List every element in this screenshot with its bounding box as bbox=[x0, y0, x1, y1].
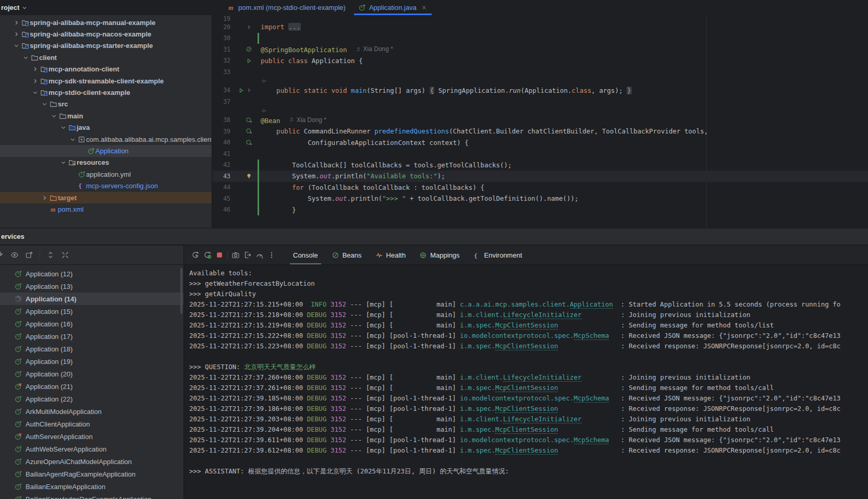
project-tool-window-header[interactable]: roject bbox=[0, 0, 213, 15]
tree-row[interactable]: main bbox=[0, 110, 212, 121]
camera-icon[interactable] bbox=[231, 251, 240, 259]
service-row[interactable]: BailianKnowledgeRagExampleApplication bbox=[0, 493, 184, 499]
console-output[interactable]: Available tools:>>> getWeatherForecastBy… bbox=[184, 265, 868, 499]
editor-line-40[interactable]: 40 ConfigurableApplicationContext contex… bbox=[213, 137, 868, 149]
service-row[interactable]: Application (17) bbox=[0, 330, 184, 343]
chevron-right-icon[interactable] bbox=[31, 66, 39, 72]
tree-row[interactable]: client bbox=[0, 52, 212, 63]
scrollbar[interactable] bbox=[180, 268, 182, 314]
chevron-right-icon[interactable] bbox=[13, 31, 20, 38]
service-row[interactable]: Application (16) bbox=[0, 318, 184, 330]
logger-link[interactable]: McpClientSession bbox=[495, 384, 558, 392]
bean-icon[interactable] bbox=[246, 139, 252, 146]
code-text[interactable]: public CommandLineRunner predefinedQuest… bbox=[253, 127, 708, 135]
logger-link[interactable]: McpClientSession bbox=[495, 321, 558, 330]
preview-eye-icon[interactable] bbox=[10, 251, 19, 259]
code-text[interactable]: for (ToolCallback toolCallback : toolCal… bbox=[253, 184, 484, 191]
run-icon[interactable] bbox=[238, 87, 244, 94]
tree-row[interactable]: resources bbox=[0, 157, 212, 168]
tab-console[interactable]: Console bbox=[293, 246, 318, 264]
fold-icon[interactable] bbox=[246, 24, 252, 30]
springboot-class-icon[interactable] bbox=[246, 46, 252, 53]
editor-line-30[interactable]: 30 bbox=[213, 33, 868, 44]
rerun-update-icon[interactable] bbox=[203, 251, 212, 259]
logger-link[interactable]: McpClientSession bbox=[495, 342, 558, 350]
editor-line-33[interactable]: 33 bbox=[213, 66, 868, 78]
chevron-down-icon[interactable] bbox=[59, 159, 67, 166]
logger-link[interactable]: McpSchema bbox=[574, 436, 609, 444]
logger-link[interactable]: LifecycleInitializer bbox=[503, 373, 582, 382]
service-row[interactable]: AuthWebServerApplication bbox=[0, 443, 184, 455]
stop-icon[interactable] bbox=[215, 251, 224, 259]
service-row[interactable]: Application (21) bbox=[0, 380, 184, 393]
service-row[interactable]: BailianExampleApplication bbox=[0, 480, 184, 493]
code-text[interactable]: ConfigurableApplicationContext context) … bbox=[253, 139, 469, 147]
code-editor[interactable]: 1920import ...3031@SpringBootApplication… bbox=[213, 15, 868, 228]
more-icon[interactable] bbox=[267, 251, 276, 259]
code-text[interactable]: @BeanXia Dong * bbox=[253, 116, 326, 125]
lightbulb-icon[interactable] bbox=[246, 173, 252, 179]
navigate-updown-icon[interactable] bbox=[46, 251, 55, 259]
tree-row[interactable]: src bbox=[0, 99, 212, 110]
editor-line-46[interactable]: 46 } bbox=[213, 204, 868, 216]
editor-line-44[interactable]: 44 for (ToolCallback toolCallback : tool… bbox=[213, 182, 868, 193]
code-text[interactable]: ToolCallback[] toolCallbacks = tools.get… bbox=[253, 161, 512, 169]
tree-row[interactable]: mcp-stdio-client-example bbox=[0, 87, 212, 98]
code-text[interactable]: } bbox=[253, 206, 296, 214]
logger-link[interactable]: McpClientSession bbox=[495, 405, 558, 413]
editor-line-41[interactable]: 41 bbox=[213, 148, 868, 160]
run-icon[interactable] bbox=[246, 57, 252, 64]
code-text[interactable]: @SpringBootApplicationXia Dong * bbox=[253, 45, 393, 54]
logger-link[interactable]: Application bbox=[570, 300, 613, 309]
service-row[interactable]: Application (22) bbox=[0, 393, 184, 405]
code-text[interactable]: System.out.println(">>> " + toolCallback… bbox=[253, 194, 579, 202]
tree-row[interactable]: mcp-annotation-client bbox=[0, 64, 212, 75]
editor-line-19[interactable]: 19 bbox=[213, 15, 868, 21]
code-text[interactable]: System.out.println("Available tools:"); bbox=[253, 172, 445, 180]
chevron-down-icon[interactable] bbox=[50, 113, 58, 119]
chevron-right-icon[interactable] bbox=[41, 194, 48, 201]
rerun-icon[interactable] bbox=[191, 251, 200, 259]
service-row[interactable]: Application (13) bbox=[0, 280, 184, 293]
tab-health[interactable]: Health bbox=[375, 246, 406, 264]
code-text[interactable]: public static void main(String[] args) {… bbox=[253, 87, 632, 94]
tree-row[interactable]: Application bbox=[0, 145, 212, 156]
bean-icon[interactable] bbox=[246, 128, 252, 135]
editor-tab-application.java[interactable]: Application.java bbox=[352, 0, 434, 15]
tab-mappings[interactable]: Mappings bbox=[419, 246, 459, 264]
service-row[interactable]: AuthServerApplication bbox=[0, 430, 184, 443]
service-row[interactable]: AzureOpenAiChatModelApplication bbox=[0, 455, 184, 468]
service-row[interactable]: BailianAgentRagExampleApplication bbox=[0, 468, 184, 480]
chevron-down-icon[interactable] bbox=[59, 124, 67, 131]
open-in-new-tab-icon[interactable] bbox=[25, 251, 33, 259]
editor-line-37[interactable]: 37 bbox=[213, 96, 868, 107]
editor-line-43[interactable]: 43 System.out.println("Available tools:"… bbox=[213, 171, 868, 182]
chevron-down-icon[interactable] bbox=[22, 54, 30, 61]
service-row[interactable]: Application (19) bbox=[0, 355, 184, 368]
tree-row[interactable]: mcp-sdk-streamable-client-example bbox=[0, 75, 212, 87]
service-row[interactable]: Application (12) bbox=[0, 267, 184, 280]
service-row[interactable]: Application (20) bbox=[0, 368, 184, 380]
gauge-icon[interactable] bbox=[255, 251, 264, 259]
service-row[interactable]: ArkMultiModelApplication bbox=[0, 405, 184, 418]
logger-link[interactable]: LifecycleInitializer bbox=[503, 415, 582, 423]
logger-link[interactable]: McpSchema bbox=[574, 332, 609, 340]
logger-link[interactable]: LifecycleInitializer bbox=[503, 311, 582, 319]
tree-row[interactable]: java bbox=[0, 122, 212, 133]
bean-icon[interactable] bbox=[246, 117, 252, 124]
collapse-all-icon[interactable] bbox=[61, 251, 69, 259]
code-text[interactable]: public class Application { bbox=[253, 57, 363, 65]
editor-line-20[interactable]: 20import ... bbox=[213, 21, 868, 33]
partial-tool-icon[interactable] bbox=[0, 251, 4, 259]
fold-icon[interactable] bbox=[246, 87, 252, 93]
tree-row[interactable]: mpom.xml bbox=[0, 203, 212, 215]
editor-line-45[interactable]: 45 System.out.println(">>> " + toolCallb… bbox=[213, 193, 868, 204]
services-panel-header[interactable]: ervices bbox=[0, 228, 868, 245]
chevron-down-icon[interactable] bbox=[31, 89, 39, 96]
tree-row[interactable]: com.alibaba.alibaba.ai.mcp.samples.clien… bbox=[0, 133, 212, 145]
logger-link[interactable]: McpSchema bbox=[574, 394, 609, 403]
editor-line-31[interactable]: 31@SpringBootApplicationXia Dong * bbox=[213, 44, 868, 55]
tree-row[interactable]: spring-ai-alibaba-mcp-nacos-example bbox=[0, 28, 212, 40]
tab-beans[interactable]: Beans bbox=[332, 246, 362, 264]
code-text[interactable]: import ... bbox=[253, 23, 301, 31]
